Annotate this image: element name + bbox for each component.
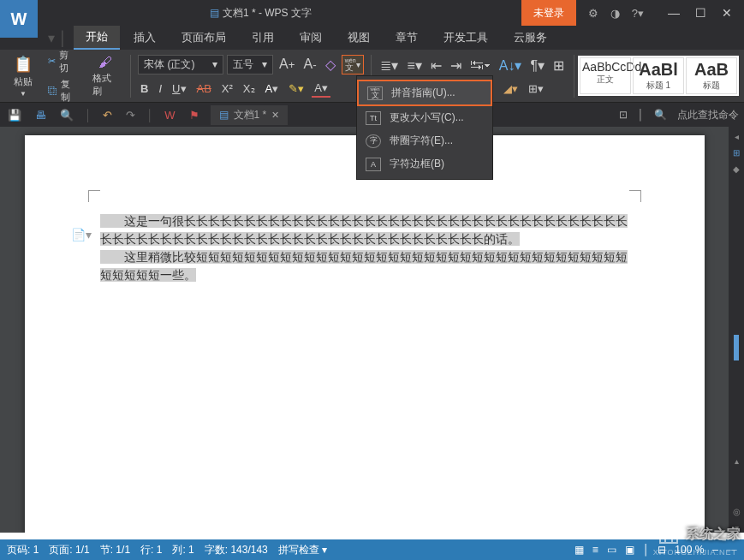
close-icon[interactable]: ✕ bbox=[722, 6, 732, 20]
paste-options-icon[interactable]: 📄▾ bbox=[71, 228, 92, 241]
subscript-button[interactable]: X₂ bbox=[241, 80, 258, 97]
cut-button[interactable]: ✂剪切 bbox=[45, 48, 80, 75]
style-heading1[interactable]: AaBl标题 1 bbox=[633, 57, 684, 94]
doc-icon: ▤ bbox=[219, 109, 229, 121]
minimize-icon[interactable]: ― bbox=[668, 6, 680, 20]
zoom-in-icon[interactable]: — bbox=[727, 544, 737, 556]
statusbar: 页码: 1 页面: 1/1 节: 1/1 行: 1 列: 1 字数: 143/1… bbox=[0, 539, 744, 560]
menu-enclosed-char[interactable]: 字 带圈字符(E)... bbox=[357, 129, 492, 152]
shrink-font-button[interactable]: A- bbox=[301, 55, 319, 74]
redo-icon[interactable]: ↷ bbox=[123, 107, 138, 123]
style-title[interactable]: AaB标题 bbox=[686, 57, 737, 94]
tab-cloud[interactable]: 云服务 bbox=[502, 27, 559, 49]
tab-insert[interactable]: 插入 bbox=[122, 27, 168, 49]
font-size-select[interactable]: 五号▾ bbox=[227, 55, 273, 74]
panel-icon-2[interactable]: ◆ bbox=[733, 164, 740, 174]
tab-review[interactable]: 审阅 bbox=[288, 27, 334, 49]
view-read-icon[interactable]: ▣ bbox=[625, 544, 634, 556]
copy-button[interactable]: ⿻复制 bbox=[45, 77, 80, 104]
tab-reference[interactable]: 引用 bbox=[240, 27, 286, 49]
nav-up-icon[interactable]: ▴ bbox=[735, 456, 739, 466]
search-hint[interactable]: 点此查找命令 bbox=[677, 108, 739, 122]
chevron-left-icon[interactable]: ◂ bbox=[735, 132, 739, 141]
style-normal[interactable]: AaBbCcDd正文 bbox=[580, 57, 631, 94]
nav-down-icon[interactable]: ▾ bbox=[735, 523, 739, 533]
menu-char-border[interactable]: A 字符边框(B) bbox=[357, 152, 492, 176]
phonetic-dropdown: wén文 拼音指南(U)... Tt 更改大小写(C)... 字 带圈字符(E)… bbox=[356, 75, 493, 180]
titlebar: ▤ 文档1 * - WPS 文字 未登录 ⚙ ◑ ?▾ ― ☐ ✕ bbox=[0, 0, 744, 26]
strike-button[interactable]: AB bbox=[194, 80, 214, 97]
status-spell[interactable]: 拼写检查 ▾ bbox=[278, 543, 327, 557]
cog-icon[interactable]: ⚙ bbox=[588, 7, 598, 20]
zoom-out-icon[interactable]: – bbox=[712, 544, 718, 556]
nav-target-icon[interactable]: ◎ bbox=[733, 507, 741, 516]
menu-change-case[interactable]: Tt 更改大小写(C)... bbox=[357, 106, 492, 129]
skin-icon[interactable]: ◑ bbox=[610, 7, 620, 20]
status-section[interactable]: 节: 1/1 bbox=[100, 543, 130, 557]
status-line[interactable]: 行: 1 bbox=[140, 543, 162, 557]
expand-icon[interactable]: ⊡ bbox=[619, 109, 628, 121]
document-body[interactable]: 这是一句很长长长长长长长长长长长长长长长长长长长长长长长长长长长长长长长长长长长… bbox=[100, 212, 629, 284]
borders-button[interactable]: ⊞ bbox=[551, 56, 567, 75]
print-icon[interactable]: 🖶 bbox=[33, 107, 49, 123]
bullets-button[interactable]: ≣▾ bbox=[378, 56, 401, 75]
font-name-select[interactable]: 宋体 (正文)▾ bbox=[138, 55, 223, 74]
border-button[interactable]: ⊞▾ bbox=[526, 80, 546, 97]
panel-icon[interactable]: ⊞ bbox=[733, 148, 740, 158]
shading-button[interactable]: ◢▾ bbox=[501, 80, 521, 97]
tab-chapter[interactable]: 章节 bbox=[384, 27, 430, 49]
document-page[interactable]: 📄▾ 这是一句很长长长长长长长长长长长长长长长长长长长长长长长长长长长长长长长长… bbox=[25, 135, 705, 533]
side-tab[interactable] bbox=[734, 335, 739, 360]
menu-pinyin-guide[interactable]: wén文 拼音指南(U)... bbox=[357, 80, 492, 106]
sort-button[interactable]: A↓▾ bbox=[497, 56, 525, 75]
tab-button[interactable]: ⭾▾ bbox=[467, 56, 493, 74]
paste-button[interactable]: 📋 粘贴▼ bbox=[9, 53, 38, 99]
status-pagecode[interactable]: 页码: 1 bbox=[7, 543, 39, 557]
status-page[interactable]: 页面: 1/1 bbox=[49, 543, 89, 557]
doc-icon: ▤ bbox=[210, 7, 219, 19]
grow-font-button[interactable]: A+ bbox=[277, 55, 297, 74]
document-tab[interactable]: ▤ 文档1 * ✕ bbox=[211, 105, 289, 125]
style-gallery[interactable]: AaBbCcDd正文 AaBl标题 1 AaB标题 bbox=[578, 56, 739, 96]
status-col[interactable]: 列: 1 bbox=[172, 543, 193, 557]
indent-dec-button[interactable]: ⇤ bbox=[428, 56, 444, 75]
login-button[interactable]: 未登录 bbox=[521, 0, 576, 26]
status-chars[interactable]: 字数: 143/143 bbox=[205, 543, 268, 557]
font-color-button[interactable]: A▾ bbox=[263, 80, 282, 97]
maximize-icon[interactable]: ☐ bbox=[695, 6, 706, 20]
content-area: 📄▾ 这是一句很长长长长长长长长长长长长长长长长长长长长长长长长长长长长长长长长… bbox=[0, 127, 744, 533]
ruler-icon[interactable]: ⊟ bbox=[658, 544, 666, 556]
text-color-button[interactable]: A▾ bbox=[312, 80, 330, 98]
zoom-value[interactable]: 100 % bbox=[675, 544, 704, 556]
phonetic-guide-button[interactable]: wén文▾ bbox=[342, 55, 364, 74]
tab-view[interactable]: 视图 bbox=[336, 27, 382, 49]
search-icon[interactable]: 🔍 bbox=[654, 109, 667, 121]
format-painter-button[interactable]: 🖌 格式刷 bbox=[87, 53, 123, 99]
side-panel[interactable]: ◂ ⊞ ◆ ▴ ◎ ▾ bbox=[729, 127, 744, 533]
indent-inc-button[interactable]: ⇥ bbox=[448, 56, 464, 75]
superscript-button[interactable]: X² bbox=[219, 80, 235, 97]
view-print-icon[interactable]: ▦ bbox=[574, 544, 584, 556]
app-logo[interactable]: W bbox=[0, 0, 38, 38]
tab-start[interactable]: 开始 bbox=[74, 26, 120, 50]
save-icon[interactable]: 💾 bbox=[5, 107, 24, 123]
tab-page-layout[interactable]: 页面布局 bbox=[170, 27, 238, 49]
preview-icon[interactable]: 🔍 bbox=[57, 107, 76, 123]
scissors-icon: ✂ bbox=[48, 56, 56, 67]
wps-icon[interactable]: W bbox=[162, 107, 177, 123]
numbering-button[interactable]: ≡▾ bbox=[404, 56, 424, 75]
help-icon[interactable]: ?▾ bbox=[632, 7, 644, 20]
underline-button[interactable]: U▾ bbox=[170, 80, 188, 97]
enclosed-icon: 字 bbox=[366, 134, 381, 148]
highlight-button[interactable]: ✎▾ bbox=[286, 80, 307, 97]
show-marks-button[interactable]: ¶▾ bbox=[527, 56, 547, 75]
view-outline-icon[interactable]: ≡ bbox=[592, 544, 598, 556]
undo-icon[interactable]: ↶ bbox=[100, 107, 115, 123]
italic-button[interactable]: I bbox=[156, 80, 164, 97]
close-tab-icon[interactable]: ✕ bbox=[271, 110, 279, 121]
clear-format-button[interactable]: ◇ bbox=[323, 55, 338, 74]
bold-button[interactable]: B bbox=[138, 80, 151, 97]
flag-icon[interactable]: ⚑ bbox=[187, 107, 202, 123]
view-web-icon[interactable]: ▭ bbox=[607, 544, 616, 556]
tab-devtools[interactable]: 开发工具 bbox=[432, 27, 500, 49]
